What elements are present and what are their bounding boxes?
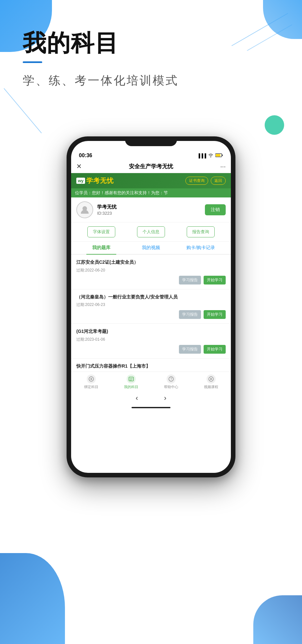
- font-settings-button[interactable]: 字体设置: [87, 226, 115, 237]
- subject-expire-1: 过期:2022-06-23: [76, 302, 226, 308]
- signal-icon: ▐▐▐: [197, 153, 206, 158]
- subject-name-2: (G1河北常考题): [76, 328, 226, 335]
- subject-name-3: 快开门式压力容器操作R1【上海市】: [76, 363, 226, 370]
- banner-buttons: 证书查询 返回: [185, 177, 226, 185]
- status-icons: ▐▐▐ ⚡: [197, 153, 223, 158]
- wifi-icon: [208, 153, 213, 158]
- report-btn-0[interactable]: 学习报告: [179, 276, 201, 284]
- app-bar-title: 安全生产学考无忧: [129, 163, 173, 170]
- back-arrow[interactable]: ‹: [136, 394, 138, 402]
- start-btn-2[interactable]: 开始学习: [204, 345, 226, 354]
- cert-query-button[interactable]: 证书查询: [185, 177, 208, 185]
- brand-wy: wy: [76, 178, 85, 184]
- phone-screen: 00:36 ▐▐▐: [71, 141, 231, 473]
- logout-button[interactable]: 注销: [205, 204, 226, 215]
- subject-name-1: （河北秦皇岛）一般行业主要负责人/安全管理人员: [76, 294, 226, 300]
- video-icon: [207, 374, 216, 384]
- bg-line-left: [4, 88, 42, 133]
- more-icon[interactable]: ···: [220, 163, 226, 170]
- brand-logo: wy 学考无忧: [76, 176, 114, 185]
- profile-left: 学考无忧 ID:3223: [76, 201, 117, 218]
- nav-label-my-subject: 我的科目: [124, 385, 138, 389]
- profile-name: 学考无忧: [97, 204, 117, 210]
- nav-label-bind: 绑定科目: [84, 385, 98, 389]
- subject-item-2: (G1河北常考题) 过期:2023-01-06 学习报告 开始学习: [71, 324, 231, 359]
- page-title: 我的科目: [23, 28, 179, 59]
- report-btn-2[interactable]: 学习报告: [179, 345, 201, 354]
- profile-section: 学考无忧 ID:3223 注销: [71, 197, 231, 222]
- tab-purchase[interactable]: 购卡/购卡记录: [176, 242, 226, 254]
- bg-shape-bottom-left: [0, 553, 65, 644]
- nav-item-bind[interactable]: 绑定科目: [84, 374, 98, 389]
- back-button[interactable]: 返回: [211, 177, 226, 185]
- start-btn-1[interactable]: 开始学习: [204, 310, 226, 319]
- subject-actions-2: 学习报告 开始学习: [76, 345, 226, 354]
- start-btn-0[interactable]: 开始学习: [204, 276, 226, 284]
- avatar: [76, 201, 93, 218]
- bottom-nav: 绑定科目 我的科目 ?: [71, 372, 231, 391]
- home-bar: [71, 405, 231, 411]
- home-indicator: [132, 407, 170, 408]
- battery-icon: ⚡: [215, 153, 223, 158]
- svg-rect-1: [222, 155, 223, 156]
- subject-actions-0: 学习报告 开始学习: [76, 276, 226, 284]
- page-header: 我的科目 学、练、考一体化培训模式: [23, 28, 179, 89]
- tab-bar: 我的题库 我的视频 购卡/购卡记录: [71, 242, 231, 255]
- bg-shape-top-right: [263, 0, 302, 39]
- svg-text:?: ?: [170, 377, 172, 381]
- bg-circle-green: [265, 115, 284, 135]
- report-btn-1[interactable]: 学习报告: [179, 310, 201, 319]
- my-subject-icon: [127, 374, 136, 384]
- report-query-button[interactable]: 报告查询: [187, 226, 215, 237]
- tab-my-questions[interactable]: 我的题库: [76, 242, 126, 254]
- subject-list: 江苏安全员C2证(土建安全员） 过期:2022-06-20 学习报告 开始学习 …: [71, 255, 231, 372]
- nav-label-video: 视频课程: [204, 385, 218, 389]
- green-banner: wy 学考无忧 证书查询 返回: [71, 173, 231, 188]
- subject-item-0: 江苏安全员C2证(土建安全员） 过期:2022-06-20 学习报告 开始学习: [71, 255, 231, 289]
- ticker-text: 位学员：您好！感谢有您的关注和支持！为您：节: [75, 190, 168, 195]
- title-underline: [23, 61, 42, 63]
- nav-item-video[interactable]: 视频课程: [204, 374, 218, 389]
- personal-info-button[interactable]: 个人信息: [137, 226, 165, 237]
- nav-label-help: 帮助中心: [164, 385, 178, 389]
- bg-shape-bottom-right: [253, 595, 302, 644]
- subject-actions-1: 学习报告 开始学习: [76, 310, 226, 319]
- phone-notch: [125, 136, 177, 146]
- subject-item-1: （河北秦皇岛）一般行业主要负责人/安全管理人员 过期:2022-06-23 学习…: [71, 289, 231, 324]
- nav-item-my-subject[interactable]: 我的科目: [124, 374, 138, 389]
- profile-id: ID:3223: [97, 211, 117, 216]
- phone-nav-arrows: ‹ ›: [71, 391, 231, 405]
- forward-arrow[interactable]: ›: [164, 394, 166, 402]
- profile-info: 学考无忧 ID:3223: [97, 204, 117, 216]
- nav-item-help[interactable]: ? 帮助中心: [164, 374, 178, 389]
- app-bar: ✕ 安全生产学考无忧 ···: [71, 160, 231, 173]
- tab-my-videos[interactable]: 我的视频: [126, 242, 176, 254]
- close-icon[interactable]: ✕: [76, 162, 82, 170]
- subject-expire-0: 过期:2022-06-20: [76, 268, 226, 273]
- subject-name-0: 江苏安全员C2证(土建安全员）: [76, 259, 226, 266]
- brand-name: 学考无忧: [86, 176, 114, 185]
- status-time: 00:36: [79, 153, 92, 158]
- subject-expire-2: 过期:2023-01-06: [76, 337, 226, 342]
- page-subtitle: 学、练、考一体化培训模式: [23, 73, 179, 89]
- help-icon: ?: [167, 374, 176, 384]
- svg-text:⚡: ⚡: [217, 154, 220, 157]
- ticker-bar: 位学员：您好！感谢有您的关注和支持！为您：节: [71, 188, 231, 197]
- bind-icon: [87, 374, 96, 384]
- phone-mockup: 00:36 ▐▐▐: [67, 136, 235, 477]
- phone-outer: 00:36 ▐▐▐: [67, 136, 235, 477]
- action-buttons: 字体设置 个人信息 报告查询: [71, 222, 231, 242]
- subject-item-3: 快开门式压力容器操作R1【上海市】 过期:2022-09-11 学习报告 开始学…: [71, 359, 231, 372]
